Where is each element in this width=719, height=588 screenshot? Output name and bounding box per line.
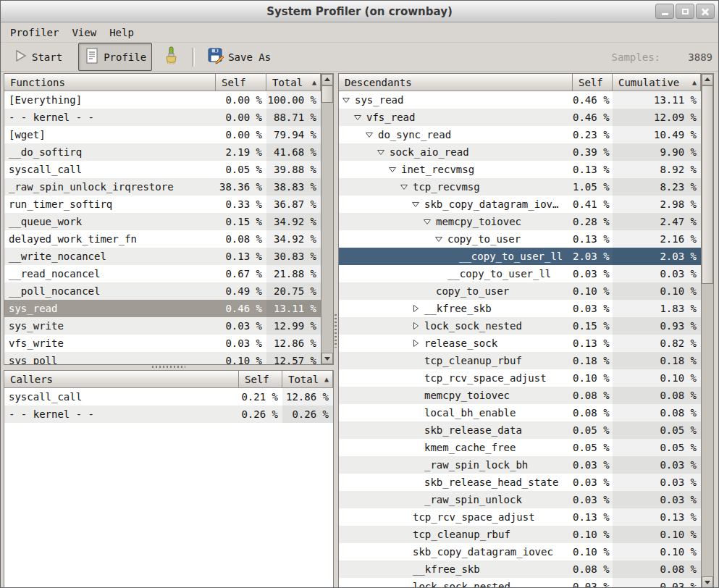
tree-row[interactable]: tcp_recvmsg1.05 %8.23 % xyxy=(339,178,701,196)
table-row[interactable]: sys_poll0.10 %12.57 % xyxy=(4,352,321,364)
column-header-self[interactable]: Self xyxy=(573,74,613,91)
tree-row[interactable]: __copy_to_user_ll2.03 %2.03 % xyxy=(339,248,701,265)
column-header-descendants[interactable]: Descendants xyxy=(339,74,573,91)
maximize-button[interactable] xyxy=(676,4,694,19)
tree-row[interactable]: local_bh_enable0.08 %0.08 % xyxy=(339,404,701,421)
table-row[interactable]: syscall_call0.21 %12.86 % xyxy=(4,388,333,406)
table-row[interactable]: [Everything]0.00 %100.00 % xyxy=(4,91,321,109)
tree-row[interactable]: tcp_cleanup_rbuf0.18 %0.18 % xyxy=(339,352,701,369)
tree-row[interactable]: lock_sock_nested0.15 %0.93 % xyxy=(339,317,701,335)
tree-expander-open-icon[interactable] xyxy=(365,130,378,139)
menu-view[interactable]: View xyxy=(65,25,103,40)
title-bar[interactable]: System Profiler (on crownbay) xyxy=(1,1,718,22)
tree-row[interactable]: memcpy_toiovec0.08 %0.08 % xyxy=(339,387,701,404)
total-percent: 0.03 % xyxy=(613,578,701,588)
functions-scrollbar[interactable] xyxy=(321,74,333,364)
table-row[interactable]: - - kernel - -0.26 %0.26 % xyxy=(4,406,333,423)
tree-row[interactable]: skb_release_head_state0.03 %0.03 % xyxy=(339,474,701,491)
table-row[interactable]: - - kernel - -0.00 %88.71 % xyxy=(4,109,321,126)
tree-expander-open-icon[interactable] xyxy=(353,113,366,122)
tree-row[interactable]: skb_release_data0.05 %0.05 % xyxy=(339,421,701,439)
tree-expander-open-icon[interactable] xyxy=(434,235,447,243)
tree-row[interactable]: inet_recvmsg0.13 %8.92 % xyxy=(339,161,701,178)
function-name: sys_poll xyxy=(4,352,216,364)
scrollbar-thumb[interactable] xyxy=(321,85,333,103)
scroll-up-button[interactable] xyxy=(702,74,713,85)
scrollbar-thumb[interactable] xyxy=(702,85,713,284)
tree-row[interactable]: memcpy_toiovec0.28 %2.47 % xyxy=(339,213,701,230)
close-button[interactable] xyxy=(696,4,715,19)
tree-row[interactable]: copy_to_user0.13 %2.16 % xyxy=(339,230,701,248)
tree-expander-open-icon[interactable] xyxy=(400,182,413,191)
tree-expander-closed-icon[interactable] xyxy=(411,339,424,348)
minimize-button[interactable] xyxy=(655,4,674,19)
self-percent: 0.08 % xyxy=(573,404,613,421)
total-percent: 8.23 % xyxy=(613,178,701,196)
function-name: tcp_rcv_space_adjust xyxy=(339,508,573,526)
tree-row[interactable]: sock_aio_read0.39 %9.90 % xyxy=(339,143,701,161)
self-percent: 0.05 % xyxy=(216,161,266,178)
tree-row[interactable]: __kfree_skb0.03 %1.83 % xyxy=(339,300,701,317)
function-name: __copy_to_user_ll xyxy=(339,265,573,282)
table-row[interactable]: __write_nocancel0.13 %30.83 % xyxy=(4,248,321,265)
table-row[interactable]: delayed_work_timer_fn0.08 %34.92 % xyxy=(4,230,321,248)
tree-row[interactable]: _raw_spin_unlock0.03 %0.03 % xyxy=(339,491,701,508)
tree-expander-open-icon[interactable] xyxy=(388,165,401,174)
tree-row[interactable]: copy_to_user0.10 %0.10 % xyxy=(339,282,701,300)
tree-expander-closed-icon[interactable] xyxy=(411,304,424,313)
tree-expander-open-icon[interactable] xyxy=(377,148,390,156)
column-header-total[interactable]: Total▲ xyxy=(266,74,321,91)
table-row[interactable]: _raw_spin_unlock_irqrestore38.36 %38.83 … xyxy=(4,178,321,196)
tree-expander-open-icon[interactable] xyxy=(411,200,424,209)
save-as-button[interactable]: Save As xyxy=(201,43,277,71)
tree-expander-open-icon[interactable] xyxy=(342,96,355,104)
tree-row[interactable]: skb_copy_datagram_iov…0.41 %2.98 % xyxy=(339,196,701,213)
tree-row[interactable]: kmem_cache_free0.05 %0.05 % xyxy=(339,439,701,456)
column-header-cumulative[interactable]: Cumulative▲ xyxy=(613,74,701,91)
total-percent: 0.18 % xyxy=(613,352,701,369)
column-header-callers[interactable]: Callers xyxy=(4,371,239,388)
scroll-down-button[interactable] xyxy=(702,576,713,588)
tree-row[interactable]: do_sync_read0.23 %10.49 % xyxy=(339,126,701,143)
column-header-self[interactable]: Self xyxy=(216,74,266,91)
table-row[interactable]: __queue_work0.15 %34.92 % xyxy=(4,213,321,230)
column-header-functions[interactable]: Functions xyxy=(4,74,216,91)
tree-row[interactable]: vfs_read0.46 %12.09 % xyxy=(339,109,701,126)
tree-expander-closed-icon[interactable] xyxy=(411,322,424,330)
tree-row[interactable]: release_sock0.13 %0.82 % xyxy=(339,335,701,352)
column-header-total[interactable]: Total▲ xyxy=(282,371,333,388)
scroll-down-button[interactable] xyxy=(321,353,333,364)
tree-row[interactable]: sys_read0.46 %13.11 % xyxy=(339,91,701,109)
horizontal-pane-splitter[interactable] xyxy=(152,366,185,368)
table-row[interactable]: __do_softirq2.19 %41.68 % xyxy=(4,143,321,161)
table-row[interactable]: __read_nocancel0.67 %21.88 % xyxy=(4,265,321,282)
vertical-pane-splitter[interactable] xyxy=(335,314,337,348)
table-row[interactable]: sys_write0.03 %12.99 % xyxy=(4,317,321,335)
profile-toggle-button[interactable]: Profile xyxy=(78,43,152,71)
tree-row[interactable]: tcp_rcv_space_adjust0.10 %0.10 % xyxy=(339,369,701,387)
table-row[interactable]: [wget]0.00 %79.94 % xyxy=(4,126,321,143)
reset-button[interactable] xyxy=(156,42,185,72)
tree-row[interactable]: __copy_to_user_ll0.03 %0.03 % xyxy=(339,265,701,282)
table-row[interactable]: sys_read0.46 %13.11 % xyxy=(4,300,321,317)
column-header-self[interactable]: Self xyxy=(239,371,282,388)
total-percent: 0.82 % xyxy=(613,335,701,352)
self-percent: 0.46 % xyxy=(573,109,613,126)
table-row[interactable]: __poll_nocancel0.49 %20.75 % xyxy=(4,282,321,300)
descendants-scrollbar[interactable] xyxy=(701,74,713,588)
total-percent: 0.08 % xyxy=(613,387,701,404)
table-row[interactable]: syscall_call0.05 %39.88 % xyxy=(4,161,321,178)
tree-row[interactable]: lock_sock_nested0.03 %0.03 % xyxy=(339,578,701,588)
tree-row[interactable]: _raw_spin_lock_bh0.03 %0.03 % xyxy=(339,456,701,474)
tree-row[interactable]: skb_copy_datagram_iovec0.10 %0.10 % xyxy=(339,543,701,560)
tree-row[interactable]: tcp_rcv_space_adjust0.13 %0.13 % xyxy=(339,508,701,526)
tree-row[interactable]: tcp_cleanup_rbuf0.10 %0.10 % xyxy=(339,526,701,543)
start-button[interactable]: Start xyxy=(8,44,68,70)
tree-row[interactable]: __kfree_skb0.08 %0.08 % xyxy=(339,560,701,578)
table-row[interactable]: vfs_write0.03 %12.86 % xyxy=(4,335,321,352)
table-row[interactable]: run_timer_softirq0.33 %36.87 % xyxy=(4,196,321,213)
tree-expander-open-icon[interactable] xyxy=(423,217,436,226)
menu-profiler[interactable]: Profiler xyxy=(4,25,65,40)
menu-help[interactable]: Help xyxy=(103,25,140,40)
scroll-up-button[interactable] xyxy=(321,74,333,85)
